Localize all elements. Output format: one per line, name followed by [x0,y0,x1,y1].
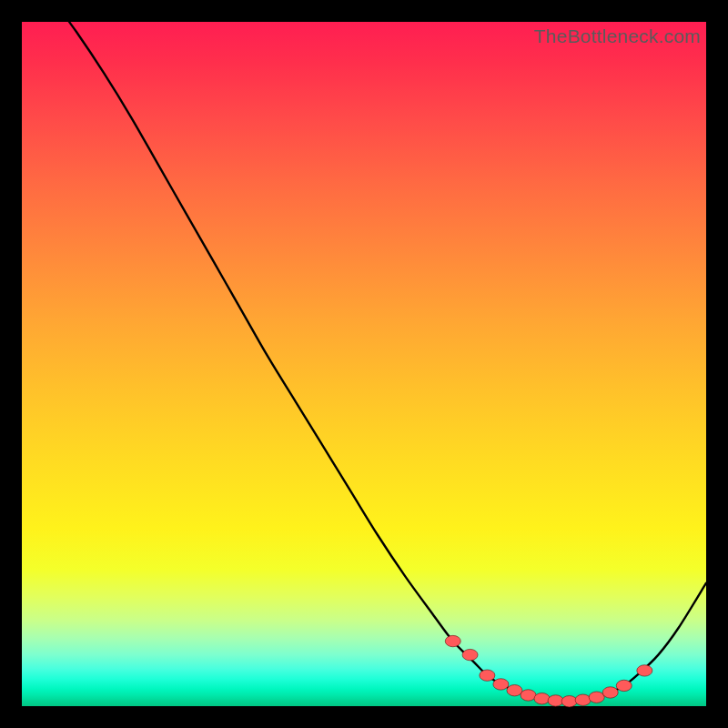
curve-marker [493,679,509,690]
curve-marker [589,692,604,703]
curve-marker [445,635,460,646]
curve-marker [637,665,652,676]
curve-markers [445,635,652,707]
curve-marker [521,690,536,701]
curve-marker [602,687,618,698]
curve-marker [561,696,577,707]
chart-svg [22,22,706,706]
bottleneck-curve [22,0,706,702]
curve-marker [462,649,478,660]
curve-marker [480,670,495,681]
curve-marker [548,695,563,706]
curve-marker [575,694,591,705]
curve-marker [534,693,550,704]
curve-marker [507,685,522,696]
curve-marker [616,680,632,691]
chart-stage: TheBottleneck.com [0,0,728,728]
plot-area: TheBottleneck.com [22,22,706,706]
